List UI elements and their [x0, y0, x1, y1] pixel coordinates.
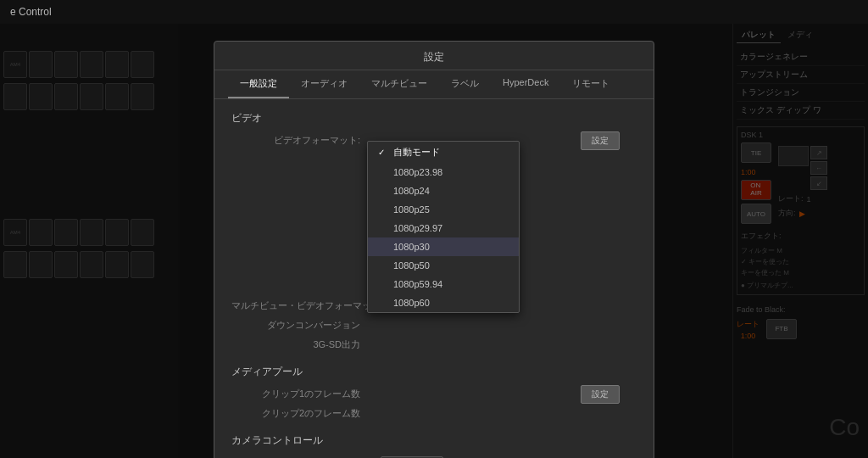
dropdown-item-4[interactable]: 1080p29.97	[368, 219, 519, 237]
modal-tabs: 一般設定 オーディオ マルチビュー ラベル HyperDeck リモート	[214, 70, 654, 99]
dropdown-item-8[interactable]: 1080p60	[368, 293, 519, 312]
dropdown-item-7[interactable]: 1080p59.94	[368, 275, 519, 293]
tab-audio[interactable]: オーディオ	[289, 70, 359, 98]
checkmark-0: ✓	[378, 148, 388, 157]
dropdown-label-1: 1080p23.98	[393, 167, 442, 177]
media-pool-section: メディアプール クリップ1のフレーム数 設定 クリップ2のフレーム数	[231, 365, 637, 420]
modal-title: 設定	[214, 42, 654, 70]
video-format-row: ビデオフォーマット: ✓ 自動モード 1080p23.98	[231, 134, 637, 147]
video-format-dropdown[interactable]: ✓ 自動モード 1080p23.98 1080p24	[367, 141, 520, 313]
clip2-row: クリップ2のフレーム数	[231, 407, 637, 420]
3gsd-row: 3G-SD出力	[231, 338, 637, 351]
dropdown-label-4: 1080p29.97	[393, 223, 442, 233]
dropdown-label-5: 1080p30	[393, 242, 430, 252]
clip1-row: クリップ1のフレーム数 設定	[231, 388, 637, 400]
media-pool-title: メディアプール	[231, 365, 637, 379]
dropdown-item-6[interactable]: 1080p50	[368, 256, 519, 275]
dropdown-item-5[interactable]: 1080p30	[368, 237, 519, 256]
title-bar: e Control	[0, 0, 868, 24]
tab-hyperdeck[interactable]: HyperDeck	[491, 70, 560, 98]
camera-control-section: カメラコントロール カメラコントロールモニタリング: （なし） カメラコントロー…	[231, 433, 637, 458]
modal-overlay: 設定 一般設定 オーディオ マルチビュー ラベル HyperDeck リモート …	[0, 24, 868, 458]
dropdown-label-2: 1080p24	[393, 186, 430, 196]
dropdown-item-2[interactable]: 1080p24	[368, 182, 519, 200]
media-set-btn[interactable]: 設定	[581, 385, 620, 404]
tab-remote[interactable]: リモート	[560, 70, 621, 98]
dropdown-label-3: 1080p25	[393, 204, 430, 215]
downconv-row: ダウンコンバージョン	[231, 319, 637, 332]
video-format-label: ビデオフォーマット:	[231, 134, 367, 147]
tab-label[interactable]: ラベル	[439, 70, 491, 98]
camera-control-title: カメラコントロール	[231, 433, 637, 448]
dropdown-label-8: 1080p60	[393, 298, 430, 308]
video-section-title: ビデオ	[231, 111, 637, 126]
clip2-label: クリップ2のフレーム数	[231, 407, 367, 420]
dropdown-label-6: 1080p50	[393, 260, 430, 271]
tab-general[interactable]: 一般設定	[228, 70, 289, 98]
video-format-set-btn[interactable]: 設定	[581, 131, 620, 150]
dropdown-item-1[interactable]: 1080p23.98	[368, 163, 519, 182]
dropdown-item-3[interactable]: 1080p25	[368, 200, 519, 219]
clip1-label: クリップ1のフレーム数	[231, 388, 367, 400]
modal-content: ビデオ ビデオフォーマット: ✓ 自動モード 1080p23.98	[214, 99, 654, 458]
multiview-format-label: マルチビュー・ビデオフォーマット	[231, 299, 387, 312]
settings-modal: 設定 一般設定 オーディオ マルチビュー ラベル HyperDeck リモート …	[214, 41, 654, 458]
dropdown-item-0[interactable]: ✓ 自動モード	[368, 142, 519, 163]
dropdown-label-7: 1080p59.94	[393, 279, 442, 289]
3gsd-label: 3G-SD出力	[231, 338, 367, 351]
tab-multiview[interactable]: マルチビュー	[359, 70, 439, 98]
dropdown-label-0: 自動モード	[393, 146, 440, 159]
downconv-label: ダウンコンバージョン	[231, 319, 367, 332]
title-text: e Control	[10, 6, 52, 18]
